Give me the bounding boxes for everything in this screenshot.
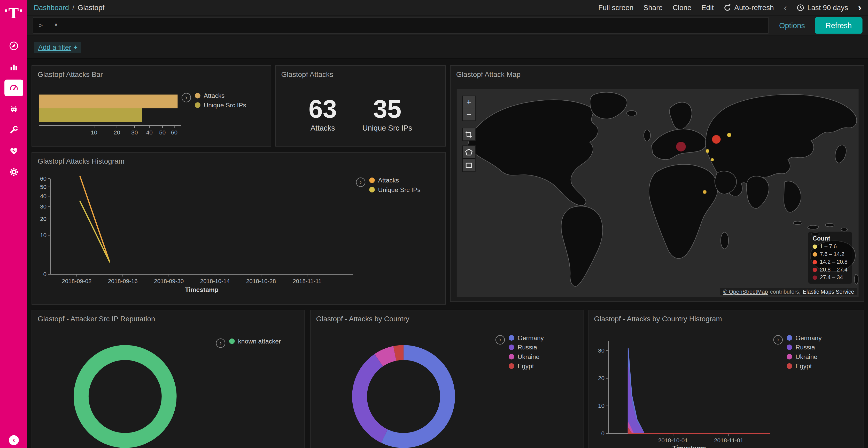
clone-button[interactable]: Clone: [673, 3, 691, 12]
pie-slice-known attacker[interactable]: [81, 352, 169, 441]
legend-item[interactable]: Attacks: [369, 177, 421, 184]
line-series-Attacks[interactable]: [80, 176, 110, 262]
sidebar-item-management[interactable]: [4, 164, 23, 180]
attack-point[interactable]: [712, 135, 721, 144]
metric-group: 63 Attacks 35 Unique Src IPs: [276, 96, 445, 132]
attack-point[interactable]: [727, 133, 731, 137]
elastic-maps-service-link[interactable]: Elastic Maps Service: [803, 289, 854, 295]
attack-point[interactable]: [676, 142, 686, 152]
legend-range-label: 27.4 – 34: [820, 274, 843, 280]
legend-color-dot: [786, 354, 792, 359]
legend-toggle-icon[interactable]: [773, 335, 783, 345]
sidebar-item-visualize[interactable]: [4, 59, 23, 75]
legend-item[interactable]: Attacks: [195, 92, 246, 99]
logo-dot: [5, 9, 7, 12]
legend-item[interactable]: Russia: [509, 344, 544, 351]
sidebar-item-honeypot[interactable]: [4, 101, 23, 117]
pie-slice-Russia[interactable]: [352, 354, 388, 443]
auto-refresh-button[interactable]: Auto-refresh: [724, 3, 774, 12]
add-filter-link[interactable]: Add a filter +: [34, 42, 82, 53]
legend-toggle-icon[interactable]: [216, 338, 225, 348]
legend-label: known attacker: [238, 338, 281, 345]
legend-items: AttacksUnique Src IPs: [369, 177, 421, 193]
legend-item[interactable]: Germany: [509, 335, 544, 341]
legend-item[interactable]: Egypt: [786, 363, 822, 370]
legend-item[interactable]: Egypt: [509, 363, 544, 370]
legend-item[interactable]: Unique Src IPs: [195, 102, 246, 108]
legend-item[interactable]: Ukraine: [509, 353, 544, 360]
map-legend-title: Count: [813, 235, 847, 242]
time-forward-chevron-icon[interactable]: [858, 3, 861, 13]
logo-dot: [20, 9, 22, 12]
legend-item[interactable]: Ukraine: [786, 353, 822, 360]
area-series-Russia[interactable]: [628, 367, 770, 434]
zoom-out-button[interactable]: −: [463, 108, 475, 120]
bar-Unique Src IPs[interactable]: [39, 108, 142, 122]
svg-text:2018-09-02: 2018-09-02: [62, 278, 91, 284]
area-series-Germany[interactable]: [628, 348, 770, 434]
breadcrumb-dashboard-link[interactable]: Dashboard: [34, 3, 69, 12]
metric-label: Attacks: [308, 124, 337, 132]
edit-button[interactable]: Edit: [702, 3, 714, 12]
country-histogram-chart: 01020302018-10-012018-11-01Timestamp: [588, 310, 864, 448]
sidebar-item-dev-tools[interactable]: [4, 122, 23, 138]
map-legend-rows: 1 – 7.67.6 – 14.214.2 – 20.820.8 – 27.42…: [813, 243, 847, 280]
sidebar-item-monitoring[interactable]: [4, 143, 23, 159]
attack-point[interactable]: [711, 158, 714, 162]
polygon-tool-button[interactable]: [462, 145, 475, 159]
chart-legend: AttacksUnique Src IPs: [182, 92, 246, 108]
legend-item[interactable]: known attacker: [229, 338, 281, 345]
full-screen-button[interactable]: Full screen: [598, 3, 633, 12]
options-link[interactable]: Options: [779, 22, 805, 30]
time-back-chevron-icon[interactable]: [784, 3, 786, 12]
openstreetmap-link[interactable]: © OpenStreetMap: [723, 289, 768, 295]
map-legend-row: 7.6 – 14.2: [813, 251, 847, 257]
metric-unique-src-ips: 35 Unique Src IPs: [363, 96, 412, 132]
sidebar-item-discover[interactable]: [4, 38, 23, 54]
line-series-Unique Src IPs[interactable]: [80, 201, 110, 262]
collapse-nav-icon[interactable]: [9, 435, 19, 445]
legend-item[interactable]: Unique Src IPs: [369, 186, 421, 193]
map-legend-row: 20.8 – 27.4: [813, 267, 847, 273]
map-attack-points: [457, 89, 859, 297]
time-range-picker[interactable]: Last 90 days: [797, 3, 848, 12]
crop-tool-button[interactable]: [462, 128, 475, 141]
query-bar: >_ * Options Refresh: [27, 15, 868, 35]
sidebar-item-dashboard[interactable]: [4, 80, 23, 96]
metric-attacks: 63 Attacks: [308, 96, 337, 132]
area-series-Egypt[interactable]: [628, 428, 770, 434]
legend-toggle-icon[interactable]: [182, 93, 191, 102]
zoom-in-button[interactable]: +: [463, 96, 475, 108]
panel-glastopf-attacks-bar: Glastopf Attacks Bar 102030405060 Attack…: [32, 65, 271, 146]
legend-item[interactable]: Russia: [786, 344, 822, 351]
legend-label: Germany: [518, 335, 544, 341]
legend-label: Russia: [796, 344, 815, 351]
attack-point[interactable]: [706, 149, 709, 153]
legend-item[interactable]: Germany: [786, 335, 822, 341]
search-input[interactable]: >_ *: [33, 17, 769, 34]
legend-color-dot: [786, 364, 792, 369]
legend-toggle-icon[interactable]: [495, 335, 505, 345]
attack-point[interactable]: [703, 190, 707, 194]
refresh-button[interactable]: Refresh: [815, 17, 862, 34]
area-series-Ukraine[interactable]: [628, 422, 770, 434]
svg-text:2018-10-14: 2018-10-14: [200, 278, 230, 284]
legend-toggle-icon[interactable]: [356, 177, 365, 187]
map-canvas[interactable]: + − Count 1 – 7.67.6 –: [457, 89, 859, 297]
legend-items: GermanyRussiaUkraineEgypt: [786, 335, 822, 369]
rectangle-tool-button[interactable]: [462, 159, 475, 172]
chart-legend: GermanyRussiaUkraineEgypt: [773, 335, 822, 369]
panel-glastopf-attacks-metric: Glastopf Attacks 63 Attacks 35 Unique Sr…: [275, 65, 445, 146]
legend-items: AttacksUnique Src IPs: [195, 92, 246, 108]
svg-text:20: 20: [598, 375, 604, 381]
share-button[interactable]: Share: [644, 3, 663, 12]
legend-items: known attacker: [229, 338, 281, 345]
bar-chart-icon: [8, 62, 19, 72]
sidebar-nav: [0, 38, 27, 180]
telekom-logo[interactable]: T: [0, 0, 27, 30]
svg-text:60: 60: [171, 129, 178, 136]
bar-Attacks[interactable]: [39, 95, 178, 108]
legend-color-dot: [813, 244, 817, 248]
panel-attacker-src-ip-reputation: Glastopf - Attacker Src IP Reputation kn…: [32, 310, 305, 448]
gauge-icon: [8, 83, 19, 93]
